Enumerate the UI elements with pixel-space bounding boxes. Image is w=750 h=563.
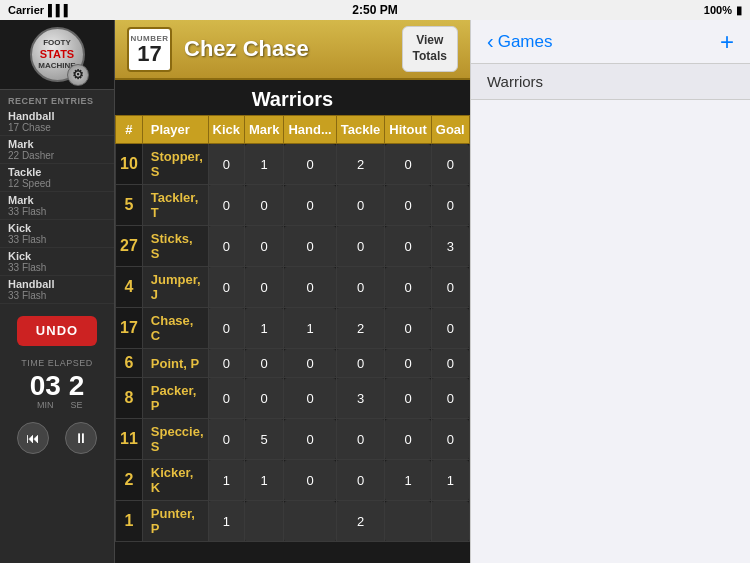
table-row[interactable]: 5Tackler, T0000000 — [116, 185, 471, 226]
view-totals-line1: View — [413, 33, 447, 49]
entry-detail: 33 Flash — [8, 234, 106, 245]
stat-cell[interactable]: 0 — [245, 378, 284, 419]
undo-button[interactable]: UNDO — [17, 316, 97, 346]
table-row[interactable]: 6Point, P0000000 — [116, 349, 471, 378]
stat-cell[interactable]: 0 — [245, 185, 284, 226]
player-cell: Kicker, K — [142, 460, 208, 501]
stat-cell[interactable]: 0 — [284, 349, 336, 378]
stat-cell[interactable]: 1 — [431, 460, 469, 501]
entry-detail: 22 Dasher — [8, 150, 106, 161]
player-cell: Tackler, T — [142, 185, 208, 226]
entry-type: Mark — [8, 138, 106, 150]
stat-cell[interactable]: 0 — [431, 419, 469, 460]
table-row[interactable]: 4Jumper, J0000000 — [116, 267, 471, 308]
column-header: Mark — [245, 116, 284, 144]
player-cell: 5 — [116, 185, 143, 226]
stat-cell[interactable]: 0 — [385, 378, 432, 419]
table-row[interactable]: 11Speccie, S0500000 — [116, 419, 471, 460]
stat-cell[interactable]: 0 — [245, 349, 284, 378]
stat-cell[interactable]: 0 — [284, 226, 336, 267]
stat-cell[interactable]: 0 — [385, 226, 432, 267]
stat-cell[interactable]: 0 — [431, 144, 469, 185]
stat-cell[interactable]: 0 — [385, 144, 432, 185]
stat-cell[interactable]: 0 — [385, 185, 432, 226]
table-row[interactable]: 1Punter, P120 — [116, 501, 471, 542]
stat-cell[interactable]: 1 — [385, 460, 432, 501]
player-cell: Speccie, S — [142, 419, 208, 460]
stat-cell[interactable]: 0 — [385, 308, 432, 349]
stat-cell[interactable] — [385, 501, 432, 542]
add-game-button[interactable]: + — [720, 28, 734, 56]
seconds-label: SE — [69, 400, 85, 410]
stat-cell[interactable]: 0 — [385, 349, 432, 378]
stat-cell[interactable]: 2 — [336, 308, 385, 349]
stat-cell[interactable]: 0 — [336, 419, 385, 460]
recent-entries-label: RECENT ENTRIES — [0, 90, 114, 108]
stat-cell[interactable]: 0 — [208, 185, 244, 226]
stat-cell[interactable]: 1 — [208, 460, 244, 501]
stat-cell[interactable]: 2 — [336, 501, 385, 542]
stat-cell[interactable]: 2 — [336, 144, 385, 185]
stat-cell[interactable]: 1 — [208, 501, 244, 542]
stat-cell[interactable]: 1 — [245, 460, 284, 501]
games-back-button[interactable]: ‹ Games — [487, 30, 552, 53]
stat-cell[interactable]: 1 — [245, 144, 284, 185]
stat-cell[interactable]: 0 — [431, 308, 469, 349]
stat-cell[interactable]: 0 — [385, 267, 432, 308]
stat-cell[interactable]: 0 — [208, 267, 244, 308]
rewind-button[interactable]: ⏮ — [17, 422, 49, 454]
stat-cell[interactable]: 0 — [284, 144, 336, 185]
table-row[interactable]: 17Chase, C0112000 — [116, 308, 471, 349]
table-row[interactable]: 10Stopper, S0102000 — [116, 144, 471, 185]
player-cell: 8 — [116, 378, 143, 419]
table-row[interactable]: 27Sticks, S0000031 — [116, 226, 471, 267]
stat-cell[interactable]: 0 — [245, 267, 284, 308]
stat-cell[interactable]: 0 — [336, 460, 385, 501]
stat-cell[interactable]: 0 — [208, 419, 244, 460]
stat-cell[interactable]: 0 — [284, 185, 336, 226]
stat-cell[interactable] — [245, 501, 284, 542]
column-header: Player — [142, 116, 208, 144]
stat-cell[interactable]: 0 — [208, 144, 244, 185]
stat-cell[interactable]: 0 — [284, 460, 336, 501]
pause-button[interactable]: ⏸ — [65, 422, 97, 454]
stat-cell[interactable]: 0 — [431, 185, 469, 226]
stat-cell[interactable]: 3 — [431, 226, 469, 267]
status-bar: Carrier ▌▌▌ 2:50 PM 100% ▮ — [0, 0, 750, 20]
stat-cell[interactable]: 0 — [431, 349, 469, 378]
stat-cell[interactable]: 0 — [284, 267, 336, 308]
stat-cell[interactable]: 0 — [208, 226, 244, 267]
stat-cell[interactable]: 0 — [336, 226, 385, 267]
right-panel: ‹ Games + Warriors — [470, 20, 750, 563]
stat-cell[interactable] — [431, 501, 469, 542]
carrier-label: Carrier ▌▌▌ — [8, 4, 71, 16]
stat-cell[interactable]: 0 — [336, 267, 385, 308]
entry-type: Mark — [8, 194, 106, 206]
table-row[interactable]: 8Packer, P0003000 — [116, 378, 471, 419]
view-totals-button[interactable]: View Totals — [402, 26, 458, 71]
stat-cell[interactable]: 1 — [284, 308, 336, 349]
player-cell: Jumper, J — [142, 267, 208, 308]
table-row[interactable]: 2Kicker, K1100110 — [116, 460, 471, 501]
stat-cell[interactable]: 5 — [245, 419, 284, 460]
stat-cell[interactable]: 0 — [208, 308, 244, 349]
stat-cell[interactable]: 0 — [208, 378, 244, 419]
stat-cell[interactable]: 0 — [431, 267, 469, 308]
player-number-badge: NUMBER 17 — [127, 27, 172, 72]
main-content: Warriors #PlayerKickMarkHand...TackleHit… — [115, 80, 470, 563]
stat-cell[interactable]: 3 — [336, 378, 385, 419]
stat-cell[interactable] — [284, 501, 336, 542]
list-item: Tackle12 Speed — [0, 164, 114, 192]
stat-cell[interactable]: 0 — [208, 349, 244, 378]
stat-cell[interactable]: 0 — [336, 185, 385, 226]
stat-cell[interactable]: 0 — [284, 378, 336, 419]
entry-type: Handball — [8, 278, 106, 290]
games-header: ‹ Games + — [471, 20, 750, 64]
stat-cell[interactable]: 1 — [245, 308, 284, 349]
stat-cell[interactable]: 0 — [284, 419, 336, 460]
stat-cell[interactable]: 0 — [385, 419, 432, 460]
entry-detail: 33 Flash — [8, 262, 106, 273]
stat-cell[interactable]: 0 — [431, 378, 469, 419]
stat-cell[interactable]: 0 — [336, 349, 385, 378]
stat-cell[interactable]: 0 — [245, 226, 284, 267]
